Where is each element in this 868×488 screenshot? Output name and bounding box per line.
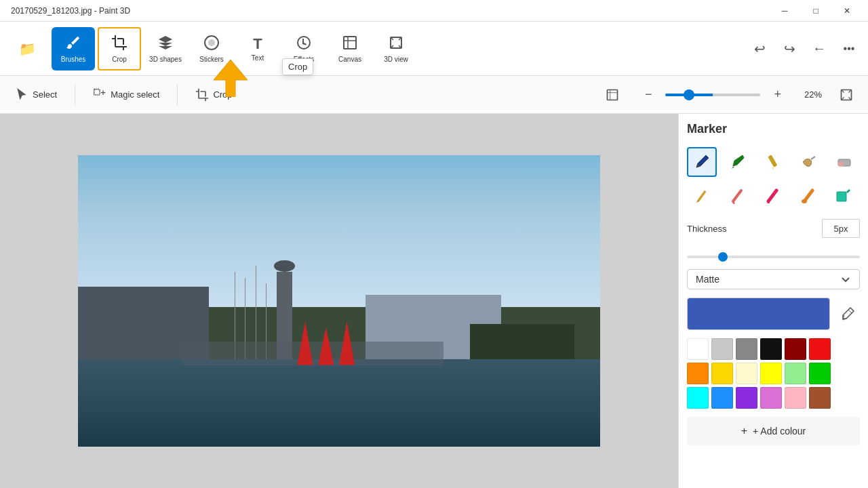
maximize-button[interactable]: □	[800, 0, 831, 22]
color-white[interactable]	[687, 338, 709, 360]
color-gold[interactable]	[711, 363, 733, 384]
color-purple[interactable]	[736, 387, 757, 409]
svg-point-1	[208, 39, 215, 46]
magic-select-icon	[93, 88, 106, 102]
title-text: 20170529_181203.jpg - Paint 3D	[5, 6, 769, 16]
more-button[interactable]: •••	[835, 35, 863, 62]
eyedropper-button[interactable]	[835, 302, 860, 326]
canvas-icon	[342, 35, 358, 54]
undo-button[interactable]: ↩	[746, 35, 773, 62]
stickers-button[interactable]: Stickers	[190, 27, 233, 70]
tool-marker-button[interactable]	[687, 147, 717, 177]
color-dark-red[interactable]	[785, 338, 806, 360]
svg-marker-10	[772, 167, 774, 170]
svg-rect-7	[607, 89, 617, 100]
redo-button[interactable]: ↪	[776, 35, 803, 62]
main-toolbar: 📁 Brushes Crop Crop 3D shapes Stickers T…	[0, 22, 868, 76]
3dview-label: 3D view	[384, 56, 408, 63]
sky-bg	[78, 155, 600, 307]
sub-divider-1	[75, 84, 75, 106]
svg-point-14	[802, 199, 807, 203]
folder-button[interactable]: 📁	[5, 27, 49, 70]
brushes-tool-button[interactable]: Brushes	[52, 27, 95, 70]
tool-brush-button[interactable]	[722, 181, 752, 211]
tool-airbrush-button[interactable]	[793, 147, 823, 177]
add-colour-plus: +	[741, 425, 747, 437]
resize-button[interactable]	[599, 84, 626, 106]
svg-rect-9	[768, 155, 778, 167]
zoom-plus[interactable]: +	[771, 85, 784, 104]
canvas-button[interactable]: Canvas	[328, 27, 372, 70]
tool-fill-button[interactable]	[829, 181, 859, 211]
close-button[interactable]: ✕	[831, 0, 863, 22]
main-layout: Marker	[0, 114, 868, 488]
color-preview[interactable]	[687, 298, 830, 330]
color-lemon[interactable]	[736, 363, 757, 384]
3d-shapes-label: 3D shapes	[149, 56, 182, 63]
water-bg	[78, 353, 600, 447]
stickers-label: Stickers	[199, 56, 224, 63]
tool-pencil2-button[interactable]	[687, 181, 717, 211]
color-red[interactable]	[809, 338, 831, 360]
folder-icon: 📁	[19, 41, 36, 57]
tool-oil-button[interactable]	[793, 181, 823, 211]
effects-button[interactable]: Effects	[282, 27, 326, 70]
crop-sub-icon	[195, 88, 209, 102]
color-orchid[interactable]	[760, 387, 782, 409]
matte-dropdown[interactable]: Matte	[687, 269, 860, 289]
eyedropper-icon	[840, 306, 855, 321]
color-light-gray[interactable]	[711, 338, 733, 360]
color-light-green[interactable]	[785, 363, 806, 384]
canvas-image	[78, 155, 600, 447]
select-button[interactable]: Select	[8, 84, 64, 106]
tool-pen-button[interactable]	[722, 147, 752, 177]
brushes-label: Brushes	[61, 56, 86, 63]
svg-rect-2	[344, 37, 356, 49]
color-orange[interactable]	[687, 363, 709, 384]
color-green[interactable]	[809, 363, 831, 384]
text-button[interactable]: T Text	[236, 27, 279, 70]
magic-select-label: Magic select	[111, 89, 159, 100]
crop-sub-button[interactable]: Crop	[189, 84, 239, 106]
3d-shapes-button[interactable]: 3D shapes	[144, 27, 187, 70]
stickers-icon	[203, 35, 220, 54]
thickness-row: Thickness 5px	[687, 219, 860, 238]
crop-tool-label: Crop	[112, 56, 127, 63]
back-button[interactable]: ←	[806, 35, 833, 62]
zoom-slider[interactable]	[665, 94, 760, 96]
tool-eraser-button[interactable]	[829, 147, 859, 177]
panel-title: Marker	[687, 122, 860, 136]
svg-rect-6	[94, 89, 100, 94]
color-brown[interactable]	[809, 387, 831, 409]
zoom-minus[interactable]: −	[642, 85, 655, 104]
thickness-value[interactable]: 5px	[822, 219, 860, 238]
color-cyan[interactable]	[687, 387, 709, 409]
thickness-slider[interactable]	[687, 256, 860, 258]
crop-tool-button[interactable]: Crop Crop	[98, 27, 141, 70]
fit-to-window-button[interactable]	[833, 84, 860, 106]
3dview-button[interactable]: 3D view	[374, 27, 418, 70]
minimize-button[interactable]: ─	[769, 0, 800, 22]
color-blue[interactable]	[711, 387, 733, 409]
color-yellow[interactable]	[760, 363, 782, 384]
tool-marker2-button[interactable]	[757, 181, 787, 211]
thickness-label: Thickness	[687, 224, 727, 234]
text-icon: T	[253, 35, 262, 53]
color-black[interactable]	[760, 338, 782, 360]
magic-select-button[interactable]: Magic select	[86, 84, 166, 106]
svg-rect-15	[837, 192, 846, 201]
add-colour-button[interactable]: + + Add colour	[687, 417, 860, 445]
color-gray[interactable]	[736, 338, 757, 360]
right-panel: Marker	[678, 114, 868, 488]
chevron-down-icon	[840, 274, 851, 285]
canvas-area[interactable]	[0, 114, 678, 488]
tool-pencil-button[interactable]	[757, 147, 787, 177]
effects-icon	[296, 35, 312, 54]
3d-shapes-icon	[157, 35, 174, 54]
color-row-2	[687, 363, 860, 384]
color-row-3	[687, 387, 860, 409]
boats	[182, 342, 443, 365]
text-label: Text	[252, 54, 264, 62]
color-pink[interactable]	[785, 387, 806, 409]
tools-grid	[687, 147, 860, 211]
